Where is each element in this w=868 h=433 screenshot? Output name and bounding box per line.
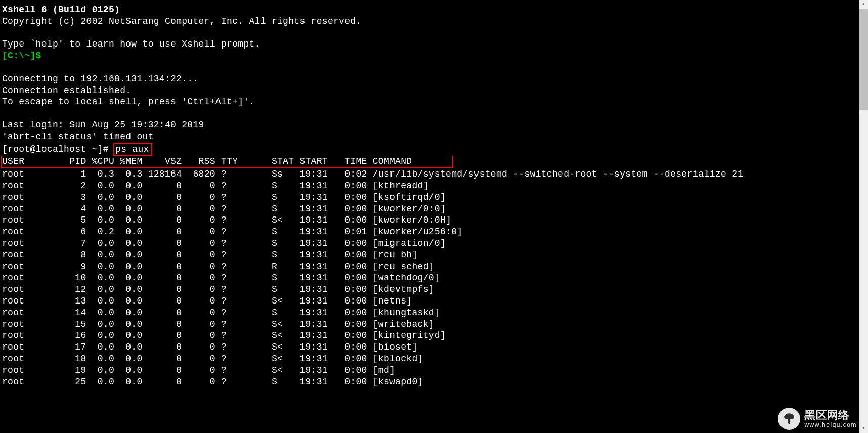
ps-header-highlight: USER PID %CPU %MEM VSZ RSS TTY STAT STAR… <box>1 156 453 168</box>
ps-row: root 2 0.0 0.0 0 0 ? S 19:31 0:00 [kthre… <box>2 180 866 192</box>
watermark-title: 黑区网络 <box>804 409 857 421</box>
scroll-thumb[interactable] <box>859 9 868 110</box>
last-login-line: Last login: Sun Aug 25 19:32:40 2019 <box>2 119 866 131</box>
ps-row: root 9 0.0 0.0 0 0 ? R 19:31 0:00 [rcu_s… <box>2 261 866 273</box>
ps-header-line: USER PID %CPU %MEM VSZ RSS TTY STAT STAR… <box>2 156 866 168</box>
watermark-url: www.heiqu.com <box>804 422 857 428</box>
ps-row: root 25 0.0 0.0 0 0 ? S 19:31 0:00 [kswa… <box>2 376 866 388</box>
ps-row: root 5 0.0 0.0 0 0 ? S< 19:31 0:00 [kwor… <box>2 214 866 226</box>
copyright-line: Copyright (c) 2002 NetSarang Computer, I… <box>2 16 866 27</box>
ps-row: root 4 0.0 0.0 0 0 ? S 19:31 0:00 [kwork… <box>2 203 866 215</box>
ps-row: root 13 0.0 0.0 0 0 ? S< 19:31 0:00 [net… <box>2 295 866 307</box>
watermark: 黑区网络 www.heiqu.com <box>778 408 857 430</box>
local-prompt: [C:\~]$ <box>2 51 41 61</box>
scroll-down-button[interactable]: ▾ <box>859 424 868 433</box>
command-highlight: ps aux <box>113 143 152 156</box>
connecting-line: Connecting to 192.168.131.134:22... <box>2 73 866 85</box>
shell-prompt: [root@localhost ~]# <box>2 144 114 154</box>
ps-row: root 6 0.2 0.0 0 0 ? S 19:31 0:01 [kwork… <box>2 226 866 238</box>
ps-row: root 7 0.0 0.0 0 0 ? S 19:31 0:00 [migra… <box>2 238 866 249</box>
abrt-line: 'abrt-cli status' timed out <box>2 131 866 143</box>
ps-row: root 12 0.0 0.0 0 0 ? S 19:31 0:00 [kdev… <box>2 284 866 295</box>
escape-line: To escape to local shell, press 'Ctrl+Al… <box>2 96 866 108</box>
established-line: Connection established. <box>2 85 866 97</box>
ps-row: root 19 0.0 0.0 0 0 ? S< 19:31 0:00 [md] <box>2 365 866 376</box>
scroll-up-button[interactable]: ▴ <box>859 0 868 9</box>
ps-row: root 10 0.0 0.0 0 0 ? S 19:31 0:00 [watc… <box>2 272 866 284</box>
ps-row: root 1 0.3 0.3 128164 6820 ? Ss 19:31 0:… <box>2 168 866 180</box>
app-title: Xshell 6 (Build 0125) <box>2 4 866 16</box>
ps-row: root 17 0.0 0.0 0 0 ? S< 19:31 0:00 [bio… <box>2 341 866 353</box>
ps-row: root 3 0.0 0.0 0 0 ? S 19:31 0:00 [ksoft… <box>2 192 866 203</box>
ps-row: root 15 0.0 0.0 0 0 ? S< 19:31 0:00 [wri… <box>2 319 866 330</box>
mushroom-icon <box>778 408 800 430</box>
ps-row: root 8 0.0 0.0 0 0 ? S 19:31 0:00 [rcu_b… <box>2 249 866 261</box>
ps-row: root 14 0.0 0.0 0 0 ? S 19:31 0:00 [khun… <box>2 307 866 319</box>
help-line: Type `help' to learn how to use Xshell p… <box>2 38 866 50</box>
ps-row: root 18 0.0 0.0 0 0 ? S< 19:31 0:00 [kbl… <box>2 353 866 365</box>
command-line: [root@localhost ~]# ps aux <box>2 143 866 156</box>
ps-row: root 16 0.0 0.0 0 0 ? S< 19:31 0:00 [kin… <box>2 330 866 341</box>
vertical-scrollbar[interactable]: ▴ ▾ <box>859 0 868 433</box>
terminal-output[interactable]: Xshell 6 (Build 0125) Copyright (c) 2002… <box>2 4 866 387</box>
